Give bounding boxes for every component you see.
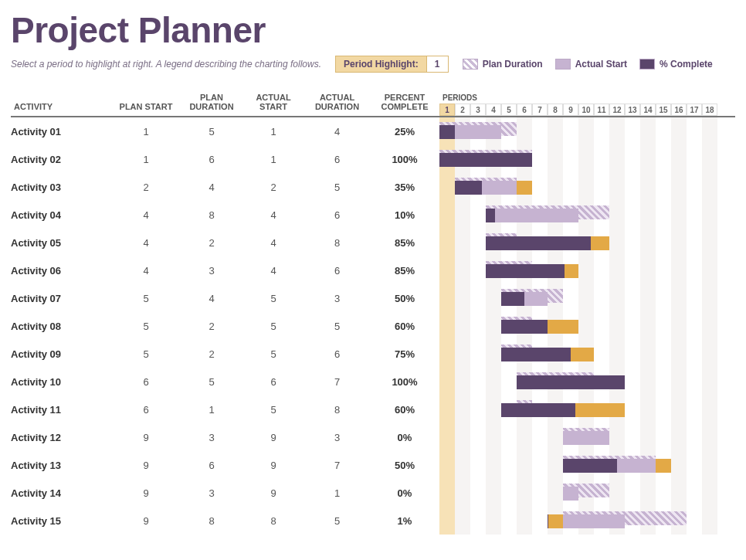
percent-complete-cell[interactable]: 60% [370,404,439,416]
actual-start-cell[interactable]: 5 [242,348,304,360]
actual-duration-cell[interactable]: 7 [304,460,370,471]
plan-duration-cell[interactable]: 3 [181,487,242,499]
percent-complete-cell[interactable]: 0% [370,432,439,443]
actual-bar [563,431,609,445]
actual-duration-cell[interactable]: 8 [304,237,370,249]
plan-duration-cell[interactable]: 2 [181,321,242,332]
plan-start-cell[interactable]: 4 [111,265,181,277]
percent-complete-cell[interactable]: 1% [370,515,439,527]
period-header-cell[interactable]: 16 [671,104,687,116]
actual-duration-cell[interactable]: 1 [304,487,370,499]
plan-start-cell[interactable]: 4 [111,237,181,249]
period-header-cell[interactable]: 7 [532,104,548,116]
actual-start-cell[interactable]: 9 [242,432,304,443]
plan-duration-cell[interactable]: 4 [181,182,242,193]
period-header-cell[interactable]: 15 [656,104,671,116]
plan-start-cell[interactable]: 9 [111,460,181,471]
actual-start-cell[interactable]: 6 [242,376,304,388]
plan-duration-cell[interactable]: 6 [181,460,242,471]
plan-duration-cell[interactable]: 2 [181,237,242,249]
period-header-cell[interactable]: 14 [640,104,656,116]
actual-duration-cell[interactable]: 5 [304,515,370,527]
period-header-cell[interactable]: 6 [517,104,532,116]
percent-complete-cell[interactable]: 50% [370,460,439,471]
plan-start-cell[interactable]: 5 [111,321,181,332]
actual-duration-cell[interactable]: 5 [304,321,370,332]
percent-complete-cell[interactable]: 75% [370,348,439,360]
percent-complete-cell[interactable]: 25% [370,126,439,137]
actual-duration-cell[interactable]: 6 [304,265,370,277]
actual-start-cell[interactable]: 5 [242,404,304,416]
percent-complete-cell[interactable]: 85% [370,265,439,277]
complete-bar [563,459,617,473]
period-header-cell[interactable]: 1 [439,104,455,116]
period-header-cell[interactable]: 2 [455,104,470,116]
actual-duration-cell[interactable]: 3 [304,432,370,443]
plan-start-cell[interactable]: 4 [111,209,181,221]
actual-duration-cell[interactable]: 6 [304,209,370,221]
activity-name: Activity 01 [11,126,111,137]
plan-duration-cell[interactable]: 3 [181,432,242,443]
plan-start-cell[interactable]: 9 [111,487,181,499]
plan-start-cell[interactable]: 5 [111,348,181,360]
actual-start-cell[interactable]: 9 [242,487,304,499]
period-header-cell[interactable]: 18 [702,104,717,116]
percent-complete-cell[interactable]: 10% [370,209,439,221]
period-highlight-input[interactable]: 1 [427,56,449,73]
period-header-cell[interactable]: 12 [609,104,625,116]
period-header-cell[interactable]: 10 [578,104,594,116]
plan-start-cell[interactable]: 5 [111,293,181,304]
actual-start-cell[interactable]: 9 [242,460,304,471]
actual-duration-cell[interactable]: 5 [304,182,370,193]
period-header-cell[interactable]: 17 [687,104,702,116]
percent-complete-cell[interactable]: 100% [370,154,439,165]
actual-start-cell[interactable]: 1 [242,126,304,137]
actual-start-cell[interactable]: 2 [242,182,304,193]
period-header-cell[interactable]: 3 [470,104,486,116]
actual-start-cell[interactable]: 4 [242,265,304,277]
percent-complete-cell[interactable]: 50% [370,293,439,304]
plan-start-cell[interactable]: 2 [111,182,181,193]
actual-duration-cell[interactable]: 4 [304,126,370,137]
percent-complete-cell[interactable]: 0% [370,487,439,499]
actual-duration-cell[interactable]: 6 [304,154,370,165]
period-header-cell[interactable]: 8 [548,104,563,116]
period-header-cell[interactable]: 13 [625,104,640,116]
actual-start-cell[interactable]: 4 [242,237,304,249]
plan-start-cell[interactable]: 6 [111,404,181,416]
percent-complete-cell[interactable]: 85% [370,237,439,249]
period-header-cell[interactable]: 4 [486,104,501,116]
plan-duration-cell[interactable]: 6 [181,154,242,165]
period-header-cell[interactable]: 9 [563,104,578,116]
plan-duration-cell[interactable]: 4 [181,293,242,304]
percent-complete-cell[interactable]: 100% [370,376,439,388]
header-row: ACTIVITY PLAN START PLAN DURATION ACTUAL… [11,88,735,117]
plan-start-cell[interactable]: 1 [111,154,181,165]
actual-duration-cell[interactable]: 7 [304,376,370,388]
plan-start-cell[interactable]: 6 [111,376,181,388]
actual-duration-cell[interactable]: 6 [304,348,370,360]
actual-start-cell[interactable]: 5 [242,321,304,332]
period-header-cell[interactable]: 5 [501,104,517,116]
actual-start-cell[interactable]: 5 [242,293,304,304]
percent-complete-cell[interactable]: 60% [370,321,439,332]
planner-grid: ACTIVITY PLAN START PLAN DURATION ACTUAL… [11,88,735,535]
actual-duration-cell[interactable]: 3 [304,293,370,304]
plan-start-cell[interactable]: 9 [111,432,181,443]
plan-duration-cell[interactable]: 8 [181,515,242,527]
actual-duration-cell[interactable]: 8 [304,404,370,416]
plan-duration-cell[interactable]: 8 [181,209,242,221]
plan-duration-cell[interactable]: 1 [181,404,242,416]
actual-start-cell[interactable]: 4 [242,209,304,221]
actual-start-cell[interactable]: 1 [242,154,304,165]
plan-duration-cell[interactable]: 3 [181,265,242,277]
actual-start-cell[interactable]: 8 [242,515,304,527]
percent-complete-cell[interactable]: 35% [370,182,439,193]
plan-duration-cell[interactable]: 2 [181,348,242,360]
plan-duration-cell[interactable]: 5 [181,126,242,137]
plan-start-cell[interactable]: 9 [111,515,181,527]
col-header-plan-start: PLAN START [111,97,181,116]
plan-duration-cell[interactable]: 5 [181,376,242,388]
plan-start-cell[interactable]: 1 [111,126,181,137]
period-header-cell[interactable]: 11 [594,104,609,116]
